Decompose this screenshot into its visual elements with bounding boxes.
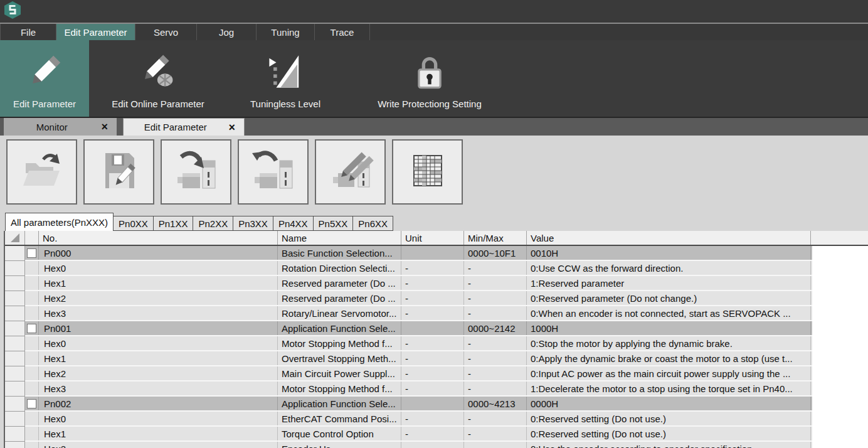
close-icon[interactable]: × bbox=[227, 122, 236, 133]
row-header-cell[interactable] bbox=[5, 321, 25, 336]
row-header-cell[interactable] bbox=[5, 351, 25, 366]
param-tab-pn1xx[interactable]: Pn1XX bbox=[154, 216, 194, 231]
row-header-cell[interactable] bbox=[5, 427, 25, 442]
ribbon-write-protecting-button[interactable]: Write Protectiong Setting bbox=[364, 40, 495, 117]
table-row[interactable]: Hex0 EtherCAT Command Posi... - - 0:Rese… bbox=[5, 412, 812, 427]
cell-value: 0:Apply the dynamic brake or coast the m… bbox=[527, 351, 811, 365]
table-row[interactable]: Pn000 Basic Function Selection... 0000~1… bbox=[5, 246, 812, 261]
row-header-cell[interactable] bbox=[5, 306, 25, 321]
cell-name: Motor Stopping Method f... bbox=[278, 381, 401, 395]
cell-minmax: - bbox=[464, 381, 527, 395]
menu-tab-servo[interactable]: Servo bbox=[135, 24, 197, 40]
verify-servo-icon bbox=[326, 146, 376, 198]
open-file-button[interactable] bbox=[6, 139, 77, 205]
table-row[interactable]: Hex2 Encoder Us... - - 0:Use the encoder… bbox=[5, 442, 812, 448]
cell-name: Overtravel Stopping Meth... bbox=[278, 351, 401, 365]
checkbox-cell bbox=[25, 276, 39, 290]
param-tab-all[interactable]: All parameters(PnXXX) bbox=[5, 213, 114, 231]
table-header: No. Name Unit Min/Max Value bbox=[5, 231, 868, 246]
row-header-cell[interactable] bbox=[5, 261, 25, 276]
row-header-cell[interactable] bbox=[5, 291, 25, 306]
cell-name: Torque Control Option bbox=[278, 427, 401, 440]
cell-name: Application Function Sele... bbox=[278, 397, 401, 410]
cell-no: Pn002 bbox=[39, 397, 278, 410]
doc-tab-monitor[interactable]: Monitor × bbox=[4, 118, 117, 136]
param-tab-pn2xx[interactable]: Pn2XX bbox=[193, 216, 233, 231]
app-window: File Edit Parameter Servo Jog Tuning Tra… bbox=[0, 0, 868, 448]
param-tab-pn0xx[interactable]: Pn0XX bbox=[114, 216, 154, 231]
cell-name: Application Function Sele... bbox=[278, 321, 401, 335]
param-tab-pn6xx[interactable]: Pn6XX bbox=[353, 216, 393, 231]
cell-name: Main Circuit Power Suppl... bbox=[278, 366, 401, 380]
cell-no: Hex1 bbox=[39, 276, 278, 290]
cell-value: 0:Input AC power as the main circuit pow… bbox=[527, 366, 811, 380]
cell-unit bbox=[401, 397, 464, 410]
menu-tab-jog[interactable]: Jog bbox=[197, 24, 257, 40]
row-header-cell[interactable] bbox=[5, 276, 25, 291]
checkbox-cell bbox=[25, 381, 39, 395]
save-button[interactable] bbox=[83, 139, 154, 205]
cell-minmax: - bbox=[464, 276, 527, 290]
parameter-grid-icon bbox=[403, 146, 453, 198]
table-row[interactable]: Pn002 Application Function Sele... 0000~… bbox=[5, 397, 812, 412]
cell-unit: - bbox=[401, 261, 464, 275]
table-row[interactable]: Pn001 Application Function Sele... 0000~… bbox=[5, 321, 812, 336]
header-filler bbox=[811, 231, 868, 245]
title-bar bbox=[0, 0, 868, 23]
cell-no: Hex0 bbox=[39, 336, 278, 350]
cell-minmax: - bbox=[464, 306, 527, 320]
ribbon-edit-parameter-button[interactable]: Edit Parameter bbox=[0, 40, 89, 117]
menu-tab-edit-parameter[interactable]: Edit Parameter bbox=[56, 24, 135, 40]
menu-tab-trace[interactable]: Trace bbox=[315, 24, 370, 40]
param-tab-pn5xx[interactable]: Pn5XX bbox=[314, 216, 354, 231]
table-row[interactable]: Hex1 Reserved parameter (Do ... - - 1:Re… bbox=[5, 276, 812, 291]
ribbon-tuningless-level-button[interactable]: Tuningless Level bbox=[238, 40, 332, 117]
param-tab-pn3xx[interactable]: Pn3XX bbox=[233, 216, 273, 231]
row-checkbox[interactable] bbox=[27, 324, 36, 333]
row-header-cell[interactable] bbox=[5, 381, 25, 397]
table-row[interactable]: Hex0 Rotation Direction Selecti... - - 0… bbox=[5, 261, 812, 276]
menu-tab-file[interactable]: File bbox=[0, 24, 56, 40]
table-row[interactable]: Hex0 Motor Stopping Method f... - - 0:St… bbox=[5, 336, 812, 351]
ribbon-edit-online-parameter-button[interactable]: Edit Online Parameter bbox=[95, 40, 221, 117]
row-header-cell[interactable] bbox=[5, 412, 25, 427]
row-header-cell[interactable] bbox=[5, 442, 25, 448]
cell-minmax: 0000~4213 bbox=[464, 397, 527, 410]
table-row[interactable]: Hex2 Reserved parameter (Do ... - - 0:Re… bbox=[5, 291, 812, 306]
row-checkbox[interactable] bbox=[27, 399, 36, 408]
cell-unit: - bbox=[401, 427, 464, 440]
cell-no: Hex3 bbox=[39, 381, 278, 395]
param-tab-pn4xx[interactable]: Pn4XX bbox=[273, 216, 314, 231]
write-to-servo-button[interactable] bbox=[161, 139, 231, 205]
checkbox-cell bbox=[25, 442, 39, 448]
cell-unit: - bbox=[401, 351, 464, 365]
table-row[interactable]: Hex3 Motor Stopping Method f... - - 1:De… bbox=[5, 381, 812, 397]
cell-value: 1000H bbox=[527, 321, 811, 335]
cell-value: 1:Decelerate the motor to a stop using t… bbox=[527, 381, 811, 395]
ribbon-group-label: Write Protectiong Setting bbox=[378, 99, 482, 109]
pencil-icon bbox=[26, 40, 63, 99]
verify-servo-button[interactable] bbox=[315, 139, 386, 205]
table-row[interactable]: Hex2 Main Circuit Power Suppl... - - 0:I… bbox=[5, 366, 812, 381]
menu-tab-tuning[interactable]: Tuning bbox=[257, 24, 315, 40]
select-all-corner[interactable] bbox=[5, 231, 25, 245]
cell-value: 1:Reserved parameter bbox=[527, 276, 811, 290]
cell-name: Reserved parameter (Do ... bbox=[278, 276, 401, 290]
checkbox-cell bbox=[25, 412, 39, 425]
doc-tab-edit-parameter[interactable]: Edit Parameter × bbox=[123, 118, 245, 136]
table-row[interactable]: Hex1 Torque Control Option - - 0:Reserve… bbox=[5, 427, 812, 442]
row-checkbox[interactable] bbox=[27, 248, 36, 258]
row-header-cell[interactable] bbox=[5, 246, 25, 261]
table-row[interactable]: Hex3 Rotary/Linear Servomotor... - - 0:W… bbox=[5, 306, 812, 321]
close-icon[interactable]: × bbox=[100, 121, 109, 132]
parameter-grid-button[interactable] bbox=[392, 139, 463, 205]
row-header-cell[interactable] bbox=[5, 397, 25, 412]
doc-tab-label: Monitor bbox=[4, 122, 100, 132]
row-header-cell[interactable] bbox=[5, 366, 25, 381]
hexagon-s-logo-icon bbox=[4, 1, 21, 22]
cell-value: 0:Reserved setting (Do not use.) bbox=[527, 412, 811, 425]
row-header-cell[interactable] bbox=[5, 336, 25, 351]
read-from-servo-button[interactable] bbox=[238, 139, 309, 205]
table-row[interactable]: Hex1 Overtravel Stopping Meth... - - 0:A… bbox=[5, 351, 812, 366]
cell-no: Hex1 bbox=[39, 351, 278, 365]
